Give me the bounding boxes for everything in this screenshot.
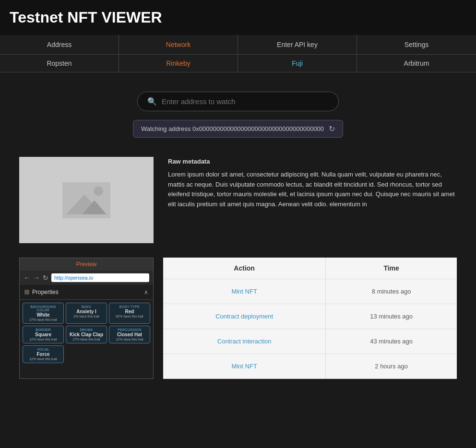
prop-value-vocal: Force — [25, 352, 61, 357]
properties-label: Properties — [32, 289, 59, 295]
subnav-bar: Ropsten Rinkeby Fuji Arbitrum — [0, 55, 476, 72]
tx-action-link[interactable]: Contract deployment — [215, 313, 273, 320]
prop-pct-bg: 27% have this trait — [25, 318, 61, 321]
subnav-arbitrum[interactable]: Arbitrum — [357, 55, 476, 72]
url-input[interactable] — [51, 273, 149, 282]
nav-bar: Address Network Enter API key Settings — [0, 35, 476, 55]
tx-action-link[interactable]: Contract interaction — [217, 338, 272, 345]
tx-time: 13 minutes ago — [326, 304, 457, 329]
search-input[interactable] — [162, 97, 329, 106]
prop-label-bass: BASS — [68, 305, 105, 308]
search-icon: 🔍 — [147, 97, 157, 106]
app-title: Testnet NFT VIEWER — [10, 9, 162, 26]
search-box: 🔍 — [137, 92, 339, 111]
search-area: 🔍 Watching address 0x0000000000000000000… — [0, 72, 476, 147]
metadata-body: Lorem ipsum dolor sit amet, consectetur … — [168, 170, 457, 210]
subnav-rinkeby[interactable]: Rinkeby — [119, 55, 238, 72]
prop-label-bg: BACKGROUND COLOR — [25, 305, 61, 312]
prop-pct-bodytype: 62% have this trait — [111, 315, 148, 318]
nav-network[interactable]: Network — [119, 35, 238, 54]
watching-address-text: Watching address 0x000000000000000000000… — [141, 125, 324, 132]
prop-label-border: BORDER — [25, 328, 61, 331]
preview-panel: Preview ← → ↻ Properties ∧ BACKGROUND CO… — [19, 258, 154, 379]
tx-action-link[interactable]: Mint NFT — [231, 363, 257, 370]
preview-header: Preview — [20, 258, 153, 271]
prop-vocal: VOCAL Force 12% have this trait — [23, 345, 64, 363]
col-header-time: Time — [326, 258, 457, 279]
prop-label-drums: DRUMS — [68, 328, 105, 331]
prop-percussion: PERCUSSION Closed Hat 12% have this trai… — [109, 326, 150, 343]
collapse-icon[interactable]: ∧ — [144, 289, 148, 295]
transactions-table: Action Time Mint NFT 8 minutes ago Contr… — [163, 258, 457, 379]
refresh-icon[interactable]: ↻ — [329, 124, 335, 133]
tx-time: 2 hours ago — [326, 354, 457, 379]
transactions-panel: Action Time Mint NFT 8 minutes ago Contr… — [163, 258, 457, 379]
metadata-section: Raw metadata Lorem ipsum dolor sit amet,… — [168, 157, 457, 243]
prop-value-bodytype: Red — [111, 309, 148, 314]
prop-pct-border: 12% have this trait — [25, 338, 61, 341]
properties-grid: BACKGROUND COLOR White 27% have this tra… — [20, 300, 153, 366]
prop-value-bg: White — [25, 312, 61, 318]
table-row: Contract deployment 13 minutes ago — [163, 304, 457, 329]
forward-icon[interactable]: → — [33, 274, 40, 282]
back-icon[interactable]: ← — [24, 274, 30, 282]
tx-time: 43 minutes ago — [326, 329, 457, 354]
table-row: Contract interaction 43 minutes ago — [163, 329, 457, 354]
app-header: Testnet NFT VIEWER — [0, 0, 476, 35]
reload-icon[interactable]: ↻ — [43, 274, 48, 282]
prop-pct-drums: 27% have this trait — [68, 338, 105, 341]
col-header-action: Action — [163, 258, 326, 279]
nav-settings[interactable]: Settings — [357, 35, 476, 54]
metadata-title: Raw metadata — [168, 157, 457, 167]
nft-image — [19, 157, 154, 243]
prop-label-percussion: PERCUSSION — [111, 328, 148, 331]
prop-value-percussion: Closed Hat — [111, 332, 148, 337]
tx-time: 8 minutes ago — [326, 279, 457, 304]
properties-header: Properties ∧ — [20, 285, 153, 300]
prop-drums: DRUMS Kick Clap Clap 27% have this trait — [66, 326, 107, 343]
image-placeholder — [62, 182, 110, 218]
browser-bar: ← → ↻ — [20, 271, 153, 285]
tx-action-link[interactable]: Mint NFT — [231, 288, 257, 295]
nav-address[interactable]: Address — [0, 35, 119, 54]
prop-bass: BASS Anxiety I 2% have this trait — [66, 303, 107, 324]
prop-value-drums: Kick Clap Clap — [68, 332, 105, 337]
prop-value-bass: Anxiety I — [68, 309, 105, 314]
prop-background: BACKGROUND COLOR White 27% have this tra… — [23, 303, 64, 324]
nav-api-key[interactable]: Enter API key — [238, 35, 357, 54]
content-area: Raw metadata Lorem ipsum dolor sit amet,… — [0, 147, 476, 253]
prop-value-border: Square — [25, 332, 61, 337]
subnav-ropsten[interactable]: Ropsten — [0, 55, 119, 72]
svg-point-3 — [94, 186, 103, 196]
table-row: Mint NFT 8 minutes ago — [163, 279, 457, 304]
prop-pct-vocal: 12% have this trait — [25, 357, 61, 361]
prop-bodytype: BODY TYPE Red 62% have this trait — [109, 303, 150, 324]
prop-label-bodytype: BODY TYPE — [111, 305, 148, 308]
prop-border: BORDER Square 12% have this trait — [23, 326, 64, 343]
bottom-area: Preview ← → ↻ Properties ∧ BACKGROUND CO… — [0, 253, 476, 389]
table-row: Mint NFT 2 hours ago — [163, 354, 457, 379]
prop-label-vocal: VOCAL — [25, 348, 61, 351]
prop-pct-bass: 2% have this trait — [68, 315, 105, 318]
properties-dot — [24, 290, 29, 295]
watching-bar: Watching address 0x000000000000000000000… — [133, 120, 343, 138]
subnav-fuji[interactable]: Fuji — [238, 55, 357, 72]
prop-pct-percussion: 12% have this trait — [111, 338, 148, 341]
